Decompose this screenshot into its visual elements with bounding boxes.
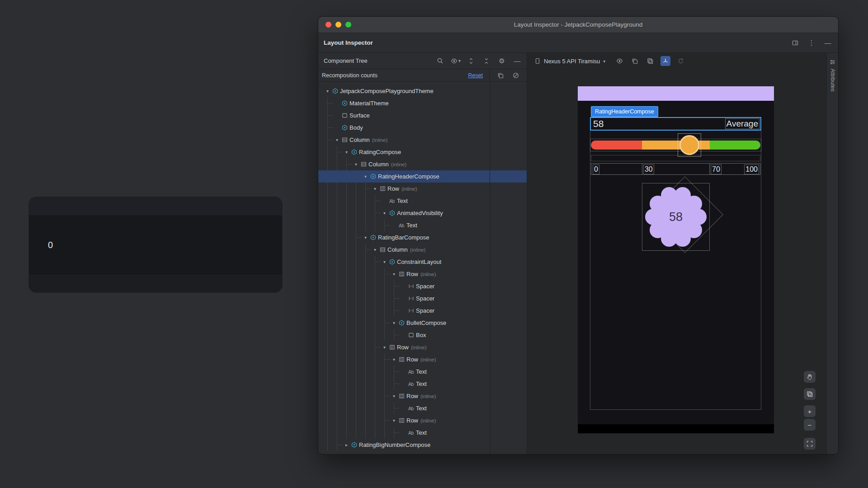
- tree-node-row[interactable]: ▾Row(inline): [318, 341, 527, 353]
- tree-node-row[interactable]: ▾Row(inline): [318, 390, 527, 402]
- layers-icon[interactable]: [804, 388, 816, 400]
- scale-label: 30: [643, 164, 654, 174]
- tree-node-ratingbarcompose[interactable]: ▾RatingBarCompose: [318, 231, 527, 244]
- row-node-icon: [378, 186, 387, 192]
- attributes-strip: Attributes: [826, 53, 838, 454]
- tree-node-text[interactable]: AbText: [318, 427, 527, 439]
- component-tree-panel: Component Tree ▾: [318, 53, 527, 454]
- live-updates-icon[interactable]: [630, 56, 640, 66]
- gear-icon[interactable]: ⚙: [497, 56, 507, 66]
- rating-label: Average: [725, 118, 760, 129]
- chevron-down-icon[interactable]: ▾: [391, 357, 397, 362]
- tree-node-box[interactable]: Box: [318, 329, 527, 341]
- chevron-down-icon[interactable]: ▾: [362, 174, 369, 179]
- inline-tag: (inline): [420, 394, 436, 399]
- badge-seal-bump: [675, 230, 691, 247]
- chevron-down-icon[interactable]: ▾: [362, 235, 369, 240]
- layout-inspector-window: Layout Inspector - JetpackComposePlaygro…: [318, 16, 839, 455]
- layout-settings-icon[interactable]: [790, 38, 800, 48]
- row-node-icon: [397, 357, 406, 362]
- pan-icon[interactable]: [804, 371, 816, 383]
- layer-spacing-icon[interactable]: [645, 56, 655, 66]
- chevron-down-icon[interactable]: ▾: [381, 211, 388, 216]
- chevron-down-icon[interactable]: ▾: [372, 186, 378, 191]
- window-body: Component Tree ▾: [318, 53, 838, 454]
- inline-tag: (inline): [420, 418, 436, 423]
- chevron-down-icon[interactable]: ▾: [372, 247, 378, 252]
- tree-node-spacer[interactable]: Spacer: [318, 305, 527, 317]
- zoom-out-button[interactable]: −: [804, 419, 816, 431]
- refresh-icon[interactable]: [676, 56, 686, 66]
- fit-to-screen-button[interactable]: [804, 438, 816, 450]
- box-node-icon: [407, 332, 415, 338]
- tree-node-animatedvisibility[interactable]: ▾AnimatedVisibility: [318, 207, 527, 219]
- tree-node-text[interactable]: AbText: [318, 402, 527, 414]
- search-icon[interactable]: [435, 56, 445, 66]
- tree-node-ratingcompose[interactable]: ▾RatingCompose: [318, 146, 527, 158]
- tree-node-row[interactable]: ▾Row(inline): [318, 183, 527, 195]
- chevron-down-icon[interactable]: ▾: [381, 345, 388, 350]
- tree-node-column[interactable]: ▾Column(inline): [318, 158, 527, 170]
- chevron-down-icon[interactable]: ▾: [391, 394, 397, 399]
- chevron-down-icon[interactable]: ▾: [391, 272, 397, 277]
- clear-counts-icon[interactable]: [511, 70, 521, 80]
- device-panel: Nexus 5 API Tiramisu ▾: [527, 53, 826, 454]
- tree-node-ratingbignumbercompose[interactable]: ▸RatingBigNumberCompose: [318, 439, 527, 451]
- attributes-tab[interactable]: Attributes: [830, 69, 836, 92]
- tree-node-spacer[interactable]: Spacer: [318, 292, 527, 305]
- chevron-down-icon[interactable]: ▾: [391, 418, 397, 423]
- chevron-down-icon[interactable]: ▾: [381, 259, 388, 264]
- window-titlebar[interactable]: Layout Inspector - JetpackComposePlaygro…: [318, 17, 838, 33]
- close-window-button[interactable]: [326, 22, 331, 28]
- copy-icon[interactable]: [495, 70, 505, 80]
- tree-node-label: Text: [406, 222, 417, 229]
- chevron-down-icon[interactable]: ▾: [334, 137, 340, 142]
- inline-tag: (inline): [372, 137, 388, 143]
- tree-node-surface[interactable]: Surface: [318, 109, 527, 122]
- device-selector[interactable]: Nexus 5 API Tiramisu ▾: [532, 56, 608, 66]
- zoom-in-button[interactable]: +: [804, 405, 816, 417]
- zoom-window-button[interactable]: [345, 22, 351, 28]
- tree-node-text[interactable]: AbText: [318, 378, 527, 390]
- tree-node-row[interactable]: ▾Row(inline): [318, 268, 527, 280]
- view-options-icon[interactable]: ▾: [451, 56, 461, 66]
- expand-all-icon[interactable]: [466, 56, 476, 66]
- tree-node-row[interactable]: ▾Row(inline): [318, 414, 527, 427]
- minimize-window-button[interactable]: [335, 22, 341, 28]
- scale-label: 100: [744, 164, 759, 174]
- inline-tag: (inline): [410, 247, 426, 253]
- toggle-3d-mode-button[interactable]: [660, 56, 670, 66]
- tree-node-materialtheme[interactable]: MaterialTheme: [318, 97, 527, 109]
- tree-toolbar-icons: ▾ ⚙ —: [435, 56, 522, 66]
- tree-node-text[interactable]: AbText: [318, 366, 527, 378]
- tree-node-column[interactable]: ▾Column(inline): [318, 134, 527, 146]
- chevron-down-icon[interactable]: ▾: [353, 162, 359, 167]
- inline-tag: (inline): [401, 186, 417, 192]
- chevron-right-icon[interactable]: ▸: [343, 442, 350, 447]
- device-screen[interactable]: RatingHeaderCompose 58 Average: [578, 86, 774, 433]
- tree-node-text[interactable]: AbText: [318, 195, 527, 207]
- collapse-all-icon[interactable]: [481, 56, 491, 66]
- tree-node-ratingheadercompose[interactable]: ▾RatingHeaderCompose: [318, 170, 527, 183]
- tree-node-constraintlayout[interactable]: ▾ConstraintLayout: [318, 256, 527, 268]
- more-options-icon[interactable]: ⋮: [807, 38, 816, 48]
- tree-node-row[interactable]: ▾Row(inline): [318, 353, 527, 366]
- visibility-options-icon[interactable]: [614, 56, 624, 66]
- chevron-down-icon[interactable]: ▾: [324, 89, 331, 94]
- rating-bar-segment: [710, 141, 761, 150]
- tree-node-body[interactable]: Body: [318, 122, 527, 134]
- viewport-controls: + −: [804, 371, 816, 450]
- hide-panel-icon[interactable]: —: [512, 56, 522, 66]
- rating-slider-thumb: [679, 135, 699, 155]
- hide-tool-window-icon[interactable]: —: [823, 38, 833, 48]
- tree-node-column[interactable]: ▾Column(inline): [318, 244, 527, 256]
- reset-counts-link[interactable]: Reset: [468, 72, 483, 79]
- tree-node-spacer[interactable]: Spacer: [318, 280, 527, 292]
- tree-node-text[interactable]: AbText: [318, 219, 527, 231]
- tree-node-bulletcompose[interactable]: ▾BulletCompose: [318, 317, 527, 329]
- chevron-down-icon[interactable]: ▾: [343, 150, 350, 155]
- inline-tag: (inline): [391, 162, 407, 167]
- tree-node-jetpackcomposeplaygroundtheme[interactable]: ▾JetpackComposePlaygroundTheme: [318, 85, 527, 97]
- chevron-down-icon[interactable]: ▾: [391, 320, 397, 325]
- compose-node-icon: [340, 125, 349, 131]
